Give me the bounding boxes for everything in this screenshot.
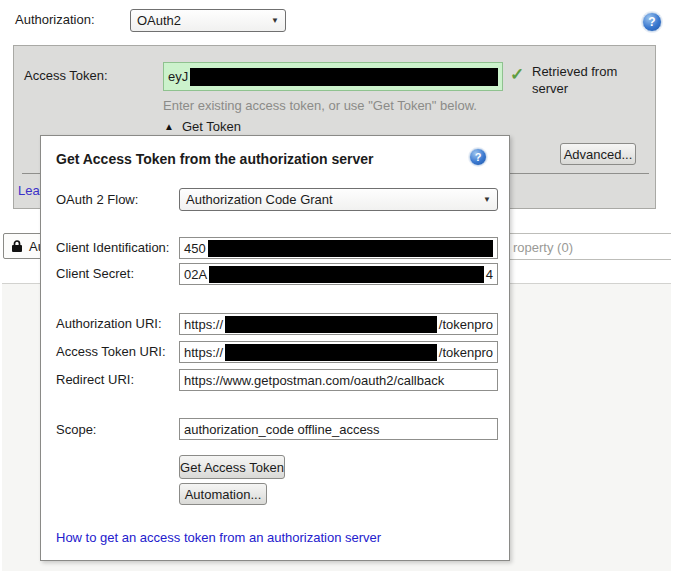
access-token-uri-input[interactable]: https:// /tokenpro xyxy=(179,341,498,363)
dialog-title: Get Access Token from the authorization … xyxy=(56,151,373,167)
authorization-dropdown[interactable]: OAuth2 ▼ xyxy=(130,9,286,32)
client-secret-suffix: 4 xyxy=(486,267,493,282)
authorization-uri-label: Authorization URI: xyxy=(56,316,162,331)
get-access-token-dialog: Get Access Token from the authorization … xyxy=(40,135,510,561)
advanced-button[interactable]: Advanced... xyxy=(560,143,636,165)
how-to-get-token-link[interactable]: How to get an access token from an autho… xyxy=(56,530,381,545)
tab-row-top-border xyxy=(503,233,671,234)
scope-input[interactable]: authorization_code offline_access xyxy=(179,418,498,440)
get-token-toggle-label: Get Token xyxy=(182,119,241,134)
authorization-uri-suffix: /tokenpro xyxy=(439,317,493,332)
access-token-label: Access Token: xyxy=(24,68,108,83)
client-id-prefix: 450 xyxy=(184,241,206,256)
get-access-token-button[interactable]: Get Access Token xyxy=(179,455,285,479)
oauth-flow-value: Authorization Code Grant xyxy=(186,192,333,207)
access-token-prefix: eyJ xyxy=(168,69,188,84)
oauth-flow-label: OAuth 2 Flow: xyxy=(56,192,138,207)
access-token-uri-suffix: /tokenpro xyxy=(439,345,493,360)
tab-property-fragment[interactable]: roperty (0) xyxy=(513,240,573,255)
access-token-uri-prefix: https:// xyxy=(184,345,223,360)
get-token-toggle[interactable]: ▲ Get Token xyxy=(164,119,241,134)
redaction-bar xyxy=(190,68,498,86)
redaction-bar xyxy=(225,344,437,361)
redaction-bar xyxy=(209,266,484,283)
token-status-line1: Retrieved from xyxy=(532,63,617,80)
advanced-button-label: Advanced... xyxy=(564,147,633,162)
access-token-input[interactable]: eyJ xyxy=(163,62,503,91)
authorization-label: Authorization: xyxy=(15,12,95,27)
access-token-uri-label: Access Token URI: xyxy=(56,344,166,359)
client-id-label: Client Identification: xyxy=(56,240,169,255)
chevron-down-icon: ▼ xyxy=(483,195,491,204)
learn-link-fragment[interactable]: Lea xyxy=(18,183,40,198)
redirect-uri-label: Redirect URI: xyxy=(56,372,134,387)
automation-button[interactable]: Automation... xyxy=(179,483,267,505)
tab-row-bottom-border xyxy=(503,259,671,260)
client-secret-input[interactable]: 02A 4 xyxy=(179,263,498,285)
redirect-uri-value: https://www.getpostman.com/oauth2/callba… xyxy=(184,373,444,388)
triangle-up-icon: ▲ xyxy=(164,121,174,132)
client-id-input[interactable]: 450 xyxy=(179,237,498,259)
authorization-dropdown-value: OAuth2 xyxy=(137,13,181,28)
token-helper-text: Enter existing access token, or use "Get… xyxy=(163,98,477,113)
question-mark-glyph: ? xyxy=(648,15,655,29)
client-secret-prefix: 02A xyxy=(184,267,207,282)
redirect-uri-input[interactable]: https://www.getpostman.com/oauth2/callba… xyxy=(179,369,498,391)
scope-label: Scope: xyxy=(56,422,96,437)
scope-value: authorization_code offline_access xyxy=(184,422,380,437)
token-status-line2: server xyxy=(532,80,617,97)
client-secret-label: Client Secret: xyxy=(56,266,134,281)
redaction-bar xyxy=(225,316,437,333)
help-icon[interactable]: ? xyxy=(642,12,662,32)
get-access-token-button-label: Get Access Token xyxy=(180,460,284,475)
checkmark-icon: ✓ xyxy=(510,64,524,85)
dialog-help-icon[interactable]: ? xyxy=(469,148,487,166)
redaction-bar xyxy=(208,240,493,257)
oauth-flow-dropdown[interactable]: Authorization Code Grant ▼ xyxy=(179,188,498,211)
automation-button-label: Automation... xyxy=(185,487,262,502)
authorization-uri-prefix: https:// xyxy=(184,317,223,332)
token-status: Retrieved from server xyxy=(532,63,617,97)
authorization-uri-input[interactable]: https:// /tokenpro xyxy=(179,313,498,335)
question-mark-glyph: ? xyxy=(475,151,482,163)
chevron-down-icon: ▼ xyxy=(271,16,279,25)
lock-icon xyxy=(11,239,23,253)
